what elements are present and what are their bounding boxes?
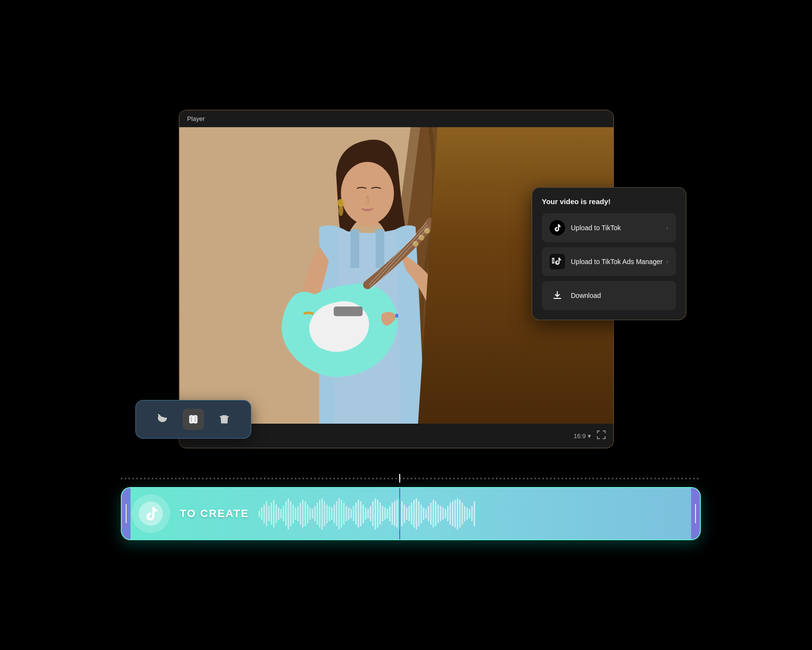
- waveform-bar: [396, 500, 398, 528]
- upload-tiktok-ads-label: Upload to TikTok Ads Manager: [571, 258, 666, 266]
- waveform-bar: [452, 501, 453, 526]
- waveform-bar: [355, 502, 357, 525]
- waveform-bar: [392, 502, 393, 525]
- svg-rect-17: [190, 416, 193, 423]
- player-title: Player: [187, 115, 205, 122]
- waveform-bar: [285, 501, 287, 526]
- waveform-bar: [362, 504, 364, 523]
- waveform-bar: [430, 502, 432, 525]
- waveform-bar: [459, 500, 461, 528]
- waveform-bar: [346, 506, 347, 522]
- waveform-bar: [358, 500, 359, 528]
- waveform-bar: [474, 501, 475, 526]
- waveform-bar: [307, 504, 308, 523]
- waveform-bar: [300, 502, 301, 525]
- waveform-bar: [471, 506, 473, 522]
- waveform-bar: [394, 501, 395, 526]
- waveform-bar: [338, 498, 340, 530]
- waveform-bar: [360, 501, 362, 526]
- aspect-ratio-label: 16:9: [574, 432, 586, 440]
- trim-handle-right[interactable]: [691, 488, 700, 539]
- waveform-bar: [276, 504, 277, 523]
- waveform-bar: [384, 507, 386, 520]
- svg-rect-18: [194, 416, 197, 423]
- download-button[interactable]: Download: [542, 281, 676, 310]
- download-label: Download: [571, 292, 668, 299]
- svg-rect-6: [376, 229, 384, 268]
- undo-button[interactable]: [152, 409, 173, 430]
- download-icon: [550, 288, 565, 303]
- waveform-bar: [457, 498, 458, 530]
- tiktok-logo-inner: [139, 502, 163, 526]
- waveform-bar: [273, 500, 275, 528]
- waveform-bar: [387, 509, 388, 518]
- svg-rect-13: [334, 307, 362, 316]
- delete-button[interactable]: [214, 409, 235, 430]
- waveform-bar: [445, 509, 446, 518]
- waveform-bar: [408, 506, 410, 522]
- waveform-bar: [309, 507, 311, 520]
- waveform-bar: [321, 498, 323, 530]
- popup-title: Your video is ready!: [542, 197, 676, 206]
- trim-button[interactable]: [183, 409, 204, 430]
- waveform-bar: [423, 507, 424, 520]
- waveform-bar: [353, 506, 354, 522]
- waveform-bar: [428, 506, 429, 522]
- waveform-bar: [367, 509, 369, 518]
- handle-line-right: [695, 504, 696, 523]
- waveform-bar: [413, 500, 415, 528]
- playhead-top: [398, 487, 402, 488]
- waveform-bar: [314, 506, 316, 522]
- waveform-bar: [440, 506, 441, 522]
- aspect-ratio-button[interactable]: 16:9 ▾: [574, 432, 591, 440]
- waveform-bar: [433, 500, 434, 528]
- fullscreen-button[interactable]: [597, 430, 606, 441]
- waveform-bar: [312, 509, 313, 518]
- tiktok-icon: [550, 220, 565, 236]
- waveform-bar: [442, 507, 444, 520]
- waveform-bar: [418, 501, 420, 526]
- tiktok-arrow-icon: ›: [666, 224, 668, 232]
- waveform-bar: [404, 504, 405, 523]
- video-timeline: [121, 473, 701, 485]
- waveform-bar: [295, 507, 296, 520]
- waveform-bar: [288, 498, 289, 530]
- waveform-bar: [283, 506, 284, 522]
- waveform-bar: [259, 511, 260, 517]
- waveform-bar: [278, 507, 279, 520]
- waveform-bar: [377, 500, 378, 528]
- upload-tiktok-ads-button[interactable]: Upload to TikTok Ads Manager ›: [542, 247, 676, 276]
- waveform-bar: [462, 502, 463, 525]
- upload-tiktok-button[interactable]: Upload to TikTok ›: [542, 213, 676, 242]
- tiktok-logo-circle: [131, 494, 170, 533]
- waveform-bar: [370, 506, 371, 522]
- playhead: [399, 487, 400, 540]
- timeline-dots: [121, 478, 701, 479]
- waveform-bar: [324, 501, 325, 526]
- waveform-bar: [375, 498, 376, 530]
- waveform-bar: [450, 502, 451, 525]
- waveform-bar: [365, 507, 366, 520]
- tiktok-ads-icon: [550, 254, 565, 269]
- waveform-bar: [401, 501, 403, 526]
- waveform-bar: [464, 506, 465, 522]
- waveform-bar: [469, 509, 470, 518]
- waveform-bar: [343, 502, 345, 525]
- track-text: TO CREATE: [180, 507, 249, 520]
- waveform-bar: [336, 501, 337, 526]
- waveform-bar: [454, 500, 456, 528]
- waveform-bar: [437, 504, 439, 523]
- player-titlebar: Player: [179, 110, 613, 127]
- trim-handle-left[interactable]: [122, 488, 130, 539]
- waveform-bar: [263, 504, 265, 523]
- waveform-bar: [302, 500, 304, 528]
- waveform-bar: [466, 507, 468, 520]
- waveform-bar: [350, 509, 352, 518]
- timeline-strip[interactable]: TO CREATE: [121, 487, 701, 540]
- waveform-bar: [292, 504, 294, 523]
- waveform-bar: [319, 500, 320, 528]
- waveform-bar: [290, 501, 291, 526]
- waveform-bar: [331, 507, 333, 520]
- waveform-bar: [271, 502, 272, 525]
- waveform-bar: [425, 509, 427, 518]
